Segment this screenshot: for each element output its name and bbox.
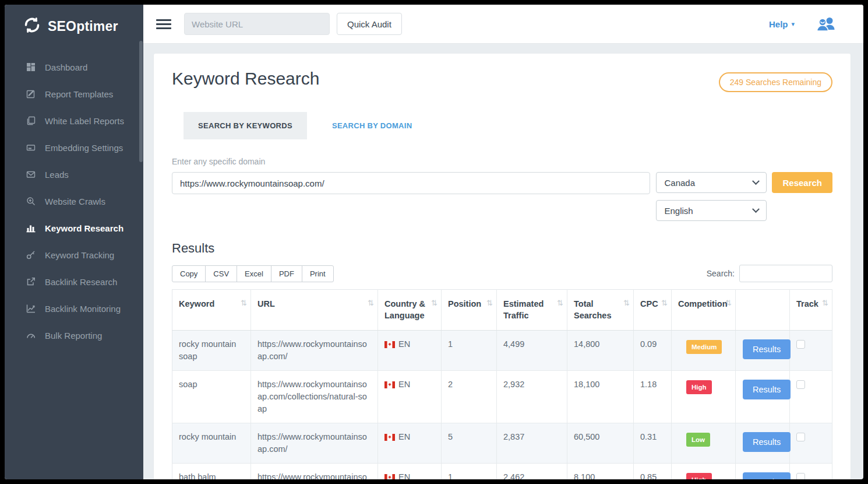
pdf-button[interactable]: PDF [271,265,302,282]
results-button[interactable]: Results [743,472,791,479]
sidebar-item-backlink-monitoring[interactable]: Backlink Monitoring [5,295,143,322]
column-header-total-searches[interactable]: Total Searches⇅ [567,290,634,331]
position-cell: 1 [442,463,497,479]
language-label: EN [398,432,410,441]
sort-icon: ⇅ [822,298,828,308]
traffic-cell: 2,462 [497,463,567,479]
column-header-url[interactable]: URL⇅ [251,290,378,331]
screenshot-frame: SEOptimer Dashboard Report Templates Whi… [0,0,868,484]
domain-input[interactable] [172,172,650,194]
external-link-icon [26,276,36,287]
sort-icon: ⇅ [661,298,668,308]
edit-icon [26,89,36,99]
cpc-cell: 0.31 [634,423,672,463]
results-button[interactable]: Results [743,432,791,452]
track-checkbox[interactable] [796,380,805,389]
sort-icon: ⇅ [368,298,374,308]
sidebar-item-white-label-reports[interactable]: White Label Reports [5,107,143,134]
sidebar-item-keyword-tracking[interactable]: Keyword Tracking [5,241,143,268]
sidebar-item-website-crawls[interactable]: Website Crawls [5,188,143,215]
sidebar-item-backlink-research[interactable]: Backlink Research [5,268,143,295]
key-icon [26,250,36,260]
hamburger-menu-icon[interactable] [156,17,171,31]
brand-logo[interactable]: SEOptimer [5,5,143,45]
line-chart-icon [26,303,36,314]
url-cell: https://www.rockymountainsoap.com/ [251,330,378,370]
copy-button[interactable]: Copy [172,265,206,282]
keyword-cell: rocky mountain soap [172,330,251,370]
sidebar-item-label: Embedding Settings [45,143,123,153]
sort-icon: ⇅ [241,298,247,308]
competition-cell: Medium [672,330,736,370]
sidebar: SEOptimer Dashboard Report Templates Whi… [5,5,143,479]
country-select-value: Canada [664,178,695,188]
country-select[interactable]: Canada [656,172,767,193]
quick-audit-button[interactable]: Quick Audit [337,13,402,35]
searches-cell: 8,100 [567,463,634,479]
column-header-track[interactable]: Track⇅ [790,290,832,331]
embed-icon [26,142,36,153]
domain-field-label: Enter any specific domain [172,157,832,166]
column-header-cpc[interactable]: CPC⇅ [634,290,672,331]
url-cell: https://www.rockymountainsoap.com/collec… [251,463,378,479]
column-header-country-language[interactable]: Country & Language⇅ [378,290,442,331]
website-url-input[interactable] [184,13,330,35]
sidebar-scrollbar[interactable] [139,41,143,162]
track-checkbox[interactable] [796,433,805,441]
chevron-down-icon [753,177,760,185]
gauge-icon [26,330,36,341]
track-checkbox[interactable] [796,340,805,349]
sidebar-item-leads[interactable]: Leads [5,161,143,188]
sidebar-item-bulk-reporting[interactable]: Bulk Reporting [5,322,143,349]
column-header-results [736,290,790,331]
sidebar-item-embedding-settings[interactable]: Embedding Settings [5,134,143,161]
main-content: Keyword Research 249 Searches Remaining … [143,44,863,479]
keyword-cell: rocky mountain [172,423,251,463]
table-toolbar: Copy CSV Excel PDF Print Search: [172,265,832,282]
language-select-value: English [664,206,693,216]
tab-search-by-domain[interactable]: SEARCH BY DOMAIN [317,112,426,139]
position-cell: 2 [442,370,497,423]
sidebar-item-report-templates[interactable]: Report Templates [5,80,143,107]
print-button[interactable]: Print [302,265,334,282]
bar-chart-icon [26,223,36,233]
results-button[interactable]: Results [743,380,791,399]
sidebar-item-label: Keyword Research [45,223,124,233]
table-search-label: Search: [707,269,735,278]
track-checkbox[interactable] [796,473,805,479]
excel-button[interactable]: Excel [237,265,271,282]
url-cell: https://www.rockymountainsoap.com/ [251,423,378,463]
results-button[interactable]: Results [743,339,791,359]
competition-cell: High [672,463,736,479]
sidebar-item-label: Backlink Monitoring [45,304,121,314]
traffic-cell: 4,499 [497,330,567,370]
language-label: EN [398,380,410,389]
help-menu[interactable]: Help ▾ [769,19,795,29]
competition-cell: High [672,370,736,423]
cpc-cell: 1.18 [634,370,672,423]
research-button[interactable]: Research [772,172,832,193]
column-header-estimated-traffic[interactable]: Estimated Traffic⇅ [497,290,567,331]
pages-icon [26,115,36,126]
language-select[interactable]: English [656,200,767,221]
csv-button[interactable]: CSV [205,265,237,282]
sidebar-item-label: Report Templates [45,89,113,99]
column-header-keyword[interactable]: Keyword⇅ [172,290,251,331]
search-plus-icon [26,196,36,206]
sidebar-item-keyword-research[interactable]: Keyword Research [5,215,143,241]
sidebar-item-dashboard[interactable]: Dashboard [5,54,143,80]
competition-badge: High [686,473,712,479]
column-header-competition[interactable]: Competition⇅ [672,290,736,331]
table-header-row: Keyword⇅ URL⇅ Country & Language⇅ Positi… [172,290,832,331]
tab-search-by-keywords[interactable]: SEARCH BY KEYWORDS [184,112,307,139]
table-search-input[interactable] [739,265,832,282]
competition-badge: Low [686,433,710,447]
account-users-icon[interactable] [816,16,835,31]
canada-flag-icon [384,381,395,388]
column-header-position[interactable]: Position⇅ [442,290,497,331]
position-cell: 5 [442,423,497,463]
competition-badge: Medium [686,340,722,355]
country-cell: EN [378,423,442,463]
competition-cell: Low [672,423,736,463]
topbar: Quick Audit Help ▾ [143,5,863,44]
